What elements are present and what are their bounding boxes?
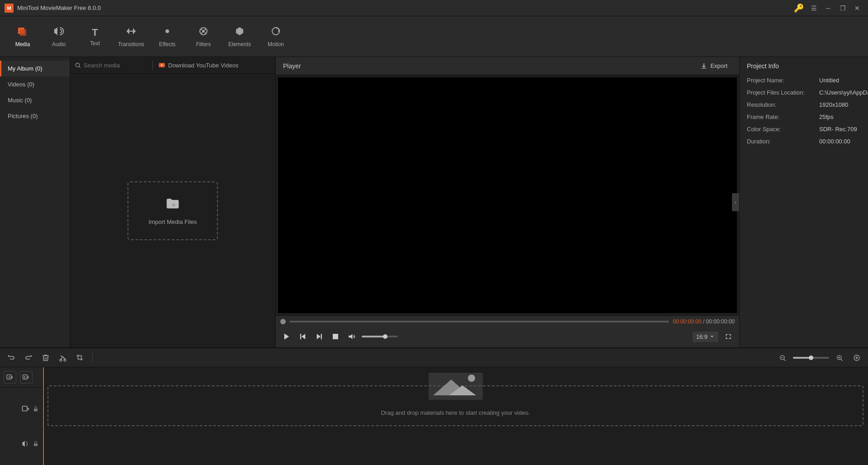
export-icon: [700, 62, 708, 70]
svg-rect-22: [321, 334, 322, 339]
timeline-content: Drag and drop materials here to start cr…: [0, 367, 868, 465]
toolbar-item-audio[interactable]: Audio: [41, 19, 77, 55]
svg-point-13: [75, 63, 79, 66]
sidebar-item-myalbum[interactable]: My Album (0): [0, 61, 70, 76]
video-lock-icon[interactable]: [33, 406, 39, 412]
sidebar: My Album (0) Videos (0) Music (0) Pictur…: [0, 57, 70, 347]
volume-thumb[interactable]: [383, 334, 387, 339]
svg-rect-45: [23, 406, 28, 411]
volume-fill: [362, 336, 385, 337]
media-area: My Album (0) Videos (0) Music (0) Pictur…: [0, 57, 275, 347]
stop-button[interactable]: [329, 330, 342, 343]
add-track-button[interactable]: [850, 351, 863, 365]
aspect-ratio-select[interactable]: 16:9: [693, 332, 718, 342]
zoom-slider[interactable]: [793, 357, 829, 359]
project-info-title: Project Info: [747, 62, 861, 70]
toolbar: Media Audio T Text Transitions Effects: [0, 16, 868, 57]
volume-track[interactable]: [362, 336, 398, 337]
toolbar-item-elements[interactable]: Elements: [222, 19, 258, 55]
zoom-in-icon[interactable]: [833, 351, 846, 365]
project-location-row: Project Files Location: C:\Users\yyl\App…: [747, 89, 861, 96]
search-input[interactable]: [84, 62, 147, 69]
svg-line-34: [841, 359, 843, 361]
undo-button[interactable]: [5, 351, 18, 365]
svg-marker-46: [28, 407, 29, 411]
export-button[interactable]: Export: [696, 61, 732, 71]
prev-frame-button[interactable]: [297, 330, 309, 343]
svg-line-30: [784, 359, 786, 361]
close-button[interactable]: ✕: [851, 3, 863, 14]
filters-label: Filters: [196, 41, 211, 47]
transitions-label: Transitions: [118, 41, 144, 47]
scrubber-track[interactable]: [289, 321, 669, 323]
toolbar-item-motion[interactable]: Motion: [258, 19, 294, 55]
crop-button[interactable]: [73, 351, 87, 365]
toolbar-item-media[interactable]: Media: [5, 19, 41, 55]
import-media-button[interactable]: Import Media Files: [127, 181, 218, 240]
sidebar-item-music[interactable]: Music (0): [0, 92, 70, 108]
toolbar-item-transitions[interactable]: Transitions: [113, 19, 149, 55]
timeline-toolbar-divider: [92, 353, 93, 362]
search-icon: [75, 62, 81, 68]
delete-button[interactable]: [39, 351, 52, 365]
project-info-panel: Project Info Project Name: Untitled Proj…: [739, 57, 868, 347]
next-frame-button[interactable]: [313, 330, 326, 343]
timeline-tracks: Drag and drop materials here to start cr…: [43, 367, 868, 465]
redo-button[interactable]: [22, 351, 35, 365]
time-display: 00:00:00:00 / 00:00:00:00: [673, 318, 735, 325]
fullscreen-button[interactable]: [722, 330, 735, 343]
project-name-label: Project Name:: [747, 77, 819, 84]
minimize-button[interactable]: ─: [822, 3, 835, 14]
toolbar-item-filters[interactable]: Filters: [185, 19, 222, 55]
import-area: Import Media Files: [70, 74, 275, 347]
drop-zone[interactable]: Drag and drop materials here to start cr…: [47, 385, 863, 426]
audio-lock-icon[interactable]: [33, 441, 39, 447]
hamburger-menu[interactable]: ☰: [807, 3, 820, 14]
transitions-icon: [126, 26, 137, 39]
player-area: Player Export 00:00:00:00 / 00:00:00: [276, 57, 739, 347]
media-icon: [17, 26, 28, 39]
timeline-playhead[interactable]: [43, 367, 44, 465]
frame-rate-label: Frame Rate:: [747, 114, 819, 120]
svg-rect-20: [300, 334, 301, 339]
timeline-right-controls: [776, 351, 863, 365]
download-youtube-button[interactable]: Download YouTube Videos: [158, 62, 238, 69]
project-name-value: Untitled: [819, 77, 839, 84]
motion-icon: [270, 26, 281, 39]
svg-rect-48: [34, 444, 38, 446]
zoom-out-icon[interactable]: [776, 351, 789, 365]
zoom-track[interactable]: [793, 357, 829, 359]
sidebar-item-videos[interactable]: Videos (0): [0, 76, 70, 92]
svg-point-7: [205, 28, 206, 30]
svg-marker-21: [302, 334, 305, 339]
play-button[interactable]: [280, 330, 293, 343]
zoom-thumb[interactable]: [809, 356, 813, 360]
duration-label: Duration:: [747, 138, 819, 145]
volume-button[interactable]: [345, 330, 358, 343]
toolbar-divider: [152, 61, 153, 70]
sidebar-item-pictures[interactable]: Pictures (0): [0, 108, 70, 124]
volume-slider[interactable]: [362, 336, 398, 337]
toolbar-item-text[interactable]: T Text: [77, 19, 113, 55]
project-location-label: Project Files Location:: [747, 89, 819, 96]
audio-icon: [53, 26, 64, 39]
add-audio-track-button[interactable]: [20, 371, 33, 384]
svg-rect-18: [173, 203, 174, 207]
zoom-fill: [793, 357, 811, 359]
add-video-track-button[interactable]: [4, 371, 16, 384]
svg-rect-17: [171, 204, 176, 205]
folder-icon: [165, 196, 180, 214]
cut-button[interactable]: [56, 351, 70, 365]
toolbar-item-effects[interactable]: Effects: [149, 19, 185, 55]
collapse-panel-button[interactable]: ›: [732, 193, 739, 211]
restore-button[interactable]: ❐: [836, 3, 849, 14]
search-area[interactable]: [75, 62, 147, 69]
video-track-icon: [22, 405, 30, 413]
drop-zone-text: Drag and drop materials here to start cr…: [381, 409, 530, 416]
svg-point-27: [64, 359, 66, 361]
playback-controls: 16:9: [280, 328, 735, 345]
color-space-label: Color Space:: [747, 126, 819, 133]
svg-line-14: [79, 66, 80, 68]
playhead-dot[interactable]: [280, 319, 286, 324]
youtube-icon: [158, 62, 165, 69]
